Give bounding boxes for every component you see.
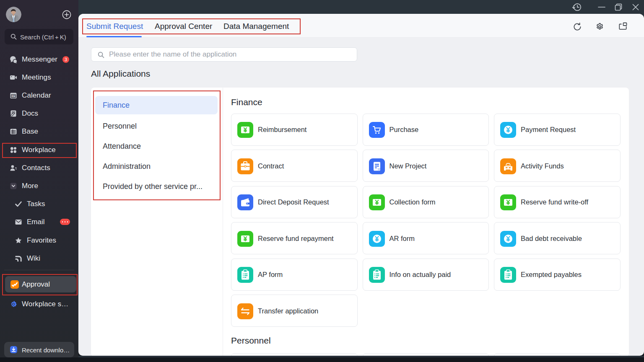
svg-text:17: 17 [12, 95, 15, 97]
